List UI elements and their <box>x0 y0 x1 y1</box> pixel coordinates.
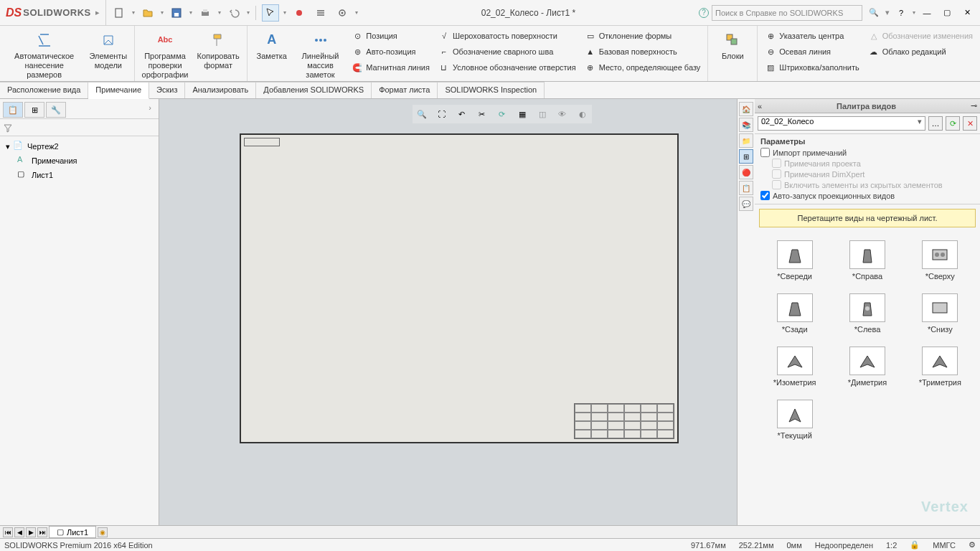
refresh-button[interactable]: ⟳ <box>946 116 960 131</box>
status-scale[interactable]: 1:2 <box>886 541 897 550</box>
undo-button[interactable] <box>225 4 242 22</box>
zoom-fit-button[interactable]: 🔍 <box>414 106 430 122</box>
tab-annotation[interactable]: Примечание <box>88 82 149 99</box>
rotate-button[interactable]: ⟳ <box>494 106 510 122</box>
options-list-button[interactable] <box>312 4 329 22</box>
display-style-button[interactable]: ▦ <box>514 106 530 122</box>
checkbox[interactable] <box>760 191 770 200</box>
datum-location-button[interactable]: ⊕Место, определяющее базу <box>582 60 704 75</box>
view-isometric[interactable]: *Изометрия <box>760 344 829 390</box>
tab-nav-next[interactable]: ▶ <box>26 527 36 537</box>
view-top[interactable]: *Сверху <box>906 237 974 283</box>
view-current[interactable]: *Текущий <box>760 397 829 443</box>
model-items-button[interactable]: Элементы модели <box>87 29 129 72</box>
title-block[interactable] <box>574 403 674 439</box>
hole-callout-button[interactable]: ⊔Условное обозначение отверстия <box>435 60 579 75</box>
zoom-prev-button[interactable]: ↶ <box>454 106 470 122</box>
surface-roughness-button[interactable]: √Шероховатость поверхности <box>435 29 579 43</box>
tab-inspection[interactable]: SOLIDWORKS Inspection <box>438 82 545 98</box>
select-button[interactable] <box>262 4 279 22</box>
property-manager-tab[interactable]: ⊞ <box>24 102 44 118</box>
spellcheck-button[interactable]: Abc Программа проверки орфографии <box>139 29 192 82</box>
open-file-button[interactable] <box>139 4 156 22</box>
auto-position-button[interactable]: ⊚Авто-позиция <box>349 44 433 59</box>
custom-props-button[interactable]: 📋 <box>739 181 753 195</box>
status-menu-icon[interactable]: ⚙ <box>969 540 976 550</box>
status-units[interactable]: ММГС <box>933 541 956 550</box>
copy-format-button[interactable]: Копировать формат <box>194 29 242 72</box>
search-button[interactable]: 🔍 <box>865 4 882 22</box>
help-menu-button[interactable]: ? <box>892 4 910 22</box>
view-orientation-button[interactable]: 👁 <box>555 106 570 122</box>
datum-surface-button[interactable]: ▲Базовая поверхность <box>582 44 704 59</box>
appearances-button[interactable]: 🔴 <box>739 165 753 179</box>
dropdown-icon[interactable]: ▾ <box>189 9 192 16</box>
dropdown-icon[interactable]: ▾ <box>885 8 890 17</box>
dropdown-icon[interactable]: ▾ <box>132 9 135 16</box>
tab-sheet-format[interactable]: Формат листа <box>372 82 438 98</box>
dropdown-icon[interactable]: ▾ <box>161 9 164 16</box>
close-button[interactable]: ✕ <box>958 4 976 22</box>
feature-manager-tab[interactable]: 📋 <box>3 102 23 118</box>
weld-symbol-button[interactable]: ⌐Обозначение сварного шва <box>435 44 579 59</box>
linear-note-pattern-button[interactable]: Линейный массив заметок <box>295 29 347 82</box>
tab-analyze[interactable]: Анализировать <box>185 82 256 98</box>
dropdown-icon[interactable]: ▾ <box>913 9 915 16</box>
center-marker-button[interactable]: ⊕Указатель центра <box>762 29 862 43</box>
add-sheet-button[interactable]: ◉ <box>98 527 108 537</box>
revision-cloud-button[interactable]: ☁Облако редакций <box>865 44 976 59</box>
note-button[interactable]: A Заметка <box>252 29 292 62</box>
chevron-right-icon[interactable]: ▸ <box>95 8 100 17</box>
section-view-button[interactable]: ✂ <box>474 106 490 122</box>
tab-nav-first[interactable]: ⏮ <box>3 527 13 537</box>
view-trimetric[interactable]: *Триметрия <box>906 344 974 390</box>
print-button[interactable] <box>197 4 214 22</box>
collapse-icon[interactable]: ▾ <box>6 142 10 151</box>
auto-projection-check[interactable]: Авто-запуск проекционных видов <box>760 190 974 201</box>
tab-view-layout[interactable]: Расположение вида <box>0 82 88 98</box>
tree-sheet[interactable]: ▢ Лист1 <box>3 168 156 182</box>
view-bottom[interactable]: *Снизу <box>906 291 974 336</box>
help-search-input[interactable]: Поиск в Справке по SOLIDWORKS <box>712 5 862 21</box>
hidden-lines-button[interactable]: ◫ <box>534 106 550 122</box>
dropdown-icon[interactable]: ▾ <box>355 9 358 16</box>
dropdown-icon[interactable]: ▾ <box>283 9 286 16</box>
forum-button[interactable]: 💬 <box>739 197 753 211</box>
new-file-button[interactable] <box>110 4 128 22</box>
dropdown-icon[interactable]: ▾ <box>247 9 250 16</box>
view-front[interactable]: *Свереди <box>760 237 829 283</box>
magnetic-line-button[interactable]: 🧲Магнитная линия <box>349 60 433 75</box>
pin-icon[interactable]: ⊸ <box>971 101 977 110</box>
lock-icon[interactable]: 🔒 <box>910 540 920 550</box>
zoom-area-button[interactable]: ⛶ <box>434 106 450 122</box>
design-library-button[interactable]: 📚 <box>739 118 753 132</box>
drawing-sheet[interactable] <box>240 133 679 443</box>
form-deviation-button[interactable]: ▭Отклонение формы <box>582 29 704 43</box>
configuration-manager-tab[interactable]: 🔧 <box>46 102 66 118</box>
palette-file-select[interactable]: 02_02_Колесо ▾ <box>758 116 925 131</box>
import-annotations-check[interactable]: Импорт примечаний <box>760 147 974 158</box>
hatch-fill-button[interactable]: ▨Штриховка/заполнить <box>762 60 862 75</box>
rebuild-button[interactable] <box>291 4 308 22</box>
tree-annotations[interactable]: A Примечания <box>3 154 156 168</box>
file-explorer-button[interactable]: 📁 <box>739 133 753 148</box>
center-line-button[interactable]: ⊖Осевая линия <box>762 44 862 59</box>
view-back[interactable]: *Сзади <box>760 291 829 336</box>
dropdown-icon[interactable]: ▾ <box>218 9 221 16</box>
tab-nav-prev[interactable]: ◀ <box>14 527 24 537</box>
maximize-button[interactable]: ▢ <box>938 4 956 22</box>
clear-button[interactable]: ✕ <box>963 116 977 131</box>
tab-nav-last[interactable]: ⏭ <box>37 527 47 537</box>
position-button[interactable]: ⊙Позиция <box>349 29 433 43</box>
tree-root-drawing[interactable]: ▾ 📄 Чертеж2 <box>3 139 156 154</box>
tab-addins[interactable]: Добавления SOLIDWORKS <box>256 82 372 98</box>
auto-dimensions-button[interactable]: Автоматическое нанесение размеров <box>4 29 84 82</box>
sheet-tab-1[interactable]: ▢ Лист1 <box>49 526 96 538</box>
drawing-canvas[interactable]: 🔍 ⛶ ↶ ✂ ⟳ ▦ ◫ 👁 ◐ <box>159 99 738 525</box>
view-left[interactable]: *Слева <box>833 291 901 336</box>
apply-scene-button[interactable]: ◐ <box>575 106 590 122</box>
tree-filter[interactable] <box>0 119 159 136</box>
help-icon[interactable]: ? <box>699 8 709 18</box>
home-tab-button[interactable]: 🏠 <box>739 102 753 116</box>
view-dimetric[interactable]: *Диметрия <box>833 344 901 390</box>
